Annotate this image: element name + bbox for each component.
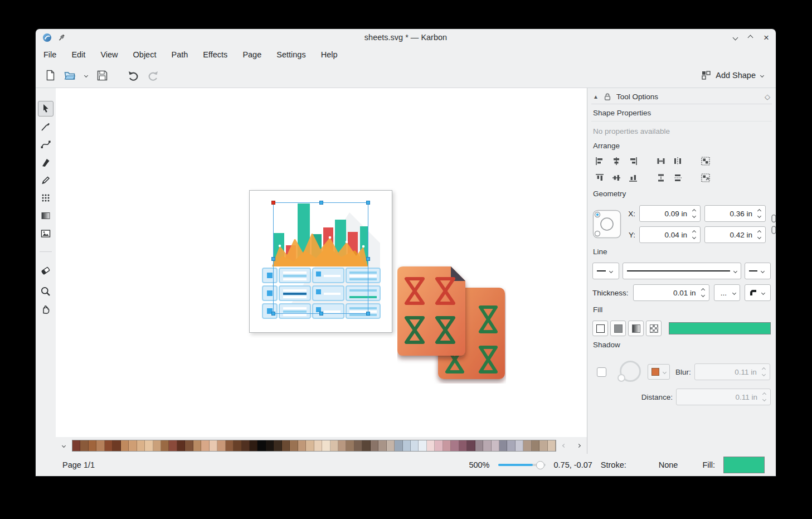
palette-swatch[interactable] [169, 440, 177, 451]
canvas[interactable] [56, 88, 587, 437]
spin-down-icon[interactable] [692, 235, 696, 239]
palette-swatch[interactable] [330, 440, 338, 451]
pan-tool-button[interactable] [38, 302, 54, 317]
miter-limit-combo[interactable]: ... [714, 284, 741, 301]
selection-origin-handle[interactable] [271, 201, 275, 205]
window-shade-icon[interactable] [733, 35, 738, 40]
window-maximize-icon[interactable] [748, 35, 753, 40]
blur-spinbox[interactable]: 0.11 in [694, 363, 770, 380]
palette-swatch[interactable] [185, 440, 193, 451]
palette-swatch[interactable] [411, 440, 419, 451]
palette-swatch[interactable] [523, 440, 531, 451]
zoom-slider[interactable] [498, 460, 546, 470]
palette-swatch[interactable] [362, 440, 370, 451]
palette-swatch[interactable] [250, 440, 257, 451]
path-edit-tool-button[interactable] [38, 137, 54, 152]
palette-swatch[interactable] [290, 440, 298, 451]
palette-swatch[interactable] [378, 440, 386, 451]
selection-handle-left[interactable] [271, 257, 275, 261]
palette-swatch[interactable] [137, 440, 145, 451]
menu-view[interactable]: View [100, 50, 118, 59]
palette-swatch[interactable] [467, 440, 475, 451]
lock-ratio-icon[interactable] [771, 214, 776, 235]
palette-swatch[interactable] [459, 440, 467, 451]
align-center-v-button[interactable] [609, 171, 624, 185]
distribute-v-top-button[interactable] [654, 171, 668, 185]
save-button[interactable] [94, 67, 110, 83]
line-style-combo[interactable] [623, 263, 741, 279]
menu-page[interactable]: Page [242, 50, 261, 59]
palette-swatch[interactable] [193, 440, 201, 451]
palette-swatch[interactable] [419, 440, 426, 451]
menu-object[interactable]: Object [133, 50, 157, 59]
freehand-line-tool-button[interactable] [38, 119, 54, 134]
spin-down-icon[interactable] [692, 214, 696, 218]
menu-edit[interactable]: Edit [71, 50, 85, 59]
palette-swatch[interactable] [105, 440, 113, 451]
open-recent-chevron-icon[interactable] [81, 67, 90, 83]
fill-color-bar[interactable] [669, 322, 771, 334]
palette-swatch[interactable] [371, 440, 378, 451]
x-spinbox[interactable]: 0.09 in [639, 205, 701, 222]
line-end-marker-combo[interactable] [745, 263, 771, 279]
palette-swatch[interactable] [121, 440, 129, 451]
selection-handle-bottom-right[interactable] [366, 312, 370, 316]
palette-swatch[interactable] [282, 440, 290, 451]
palette-swatch[interactable] [322, 440, 330, 451]
palette-swatch[interactable] [548, 440, 556, 451]
spin-up-icon[interactable] [701, 288, 705, 292]
menu-effects[interactable]: Effects [203, 50, 227, 59]
spin-up-icon[interactable] [757, 209, 761, 213]
palette-swatch[interactable] [354, 440, 362, 451]
align-bottom-button[interactable] [626, 171, 640, 185]
group-button[interactable] [698, 154, 713, 168]
palette-swatch[interactable] [387, 440, 395, 451]
line-start-marker-combo[interactable] [592, 263, 619, 279]
ungroup-button[interactable] [698, 171, 713, 185]
pattern-tool-button[interactable] [38, 190, 54, 206]
palette-swatch[interactable] [234, 440, 241, 451]
palette-swatch[interactable] [298, 440, 306, 451]
palette-swatch[interactable] [475, 440, 483, 451]
palette-swatch[interactable] [516, 440, 523, 451]
palette-swatch[interactable] [427, 440, 435, 451]
new-document-button[interactable] [42, 67, 58, 83]
shadow-color-button[interactable] [648, 364, 670, 380]
docker-float-icon[interactable]: ◇ [765, 93, 770, 101]
undo-button[interactable] [125, 67, 141, 83]
y-spinbox[interactable]: 0.04 in [639, 226, 701, 243]
fill-none-button[interactable] [592, 321, 608, 336]
fill-solid-button[interactable] [610, 321, 626, 336]
selection-handle-bottom-left[interactable] [271, 312, 275, 316]
palette-swatch[interactable] [499, 440, 507, 451]
shadow-enable-checkbox[interactable] [597, 367, 606, 377]
zoom-slider-knob[interactable] [536, 461, 544, 469]
align-right-button[interactable] [626, 154, 640, 168]
selection-handle-bottom[interactable] [319, 312, 323, 316]
height-spinbox[interactable]: 0.42 in [704, 226, 766, 243]
palette-swatch[interactable] [80, 440, 88, 451]
selection-handle-right[interactable] [366, 257, 370, 261]
palette-swatch[interactable] [435, 440, 443, 451]
palette-swatch[interactable] [532, 440, 539, 451]
palette-swatch[interactable] [266, 440, 274, 451]
selection-handle-top-right[interactable] [366, 201, 370, 205]
thickness-spinbox[interactable]: 0.01 in [633, 284, 709, 301]
align-left-button[interactable] [592, 154, 607, 168]
select-tool-button[interactable] [38, 101, 54, 117]
palette-swatch[interactable] [443, 440, 451, 451]
pin-icon[interactable] [57, 33, 66, 42]
palette-swatch[interactable] [72, 440, 80, 451]
pencil-tool-button[interactable] [38, 172, 54, 188]
gradient-tool-button[interactable] [38, 208, 54, 224]
shadow-angle-widget[interactable] [617, 360, 642, 384]
palette-swatch[interactable] [451, 440, 459, 451]
palette-swatch[interactable] [96, 440, 104, 451]
spin-up-icon[interactable] [692, 230, 696, 234]
palette-swatch[interactable] [226, 440, 234, 451]
menu-file[interactable]: File [43, 50, 56, 59]
calligraphy-tool-button[interactable] [38, 154, 54, 170]
palette-swatch[interactable] [201, 440, 209, 451]
palette-swatch[interactable] [314, 440, 322, 451]
menu-path[interactable]: Path [171, 50, 188, 59]
